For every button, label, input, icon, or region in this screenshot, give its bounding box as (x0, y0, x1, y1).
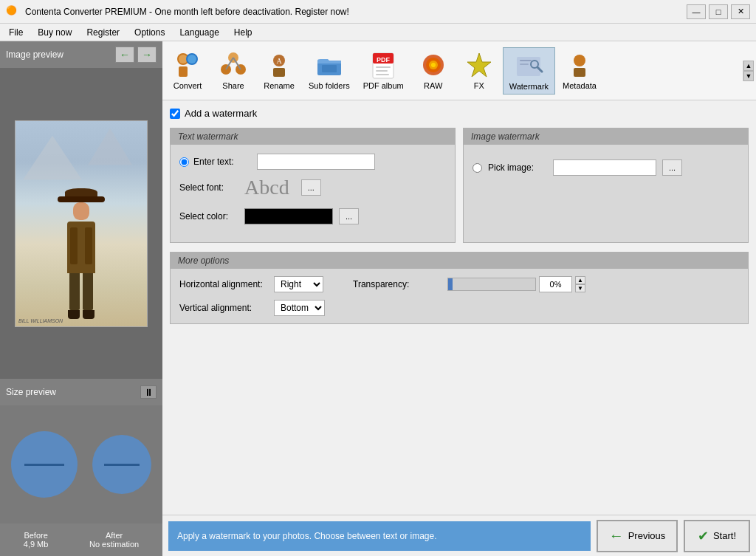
arrow-left-icon: ← (120, 49, 130, 61)
more-options-section: More options Horizontal alignment: Left … (170, 252, 749, 324)
image-preview-header: Image preview ← → (0, 41, 162, 68)
minimize-button[interactable]: — (687, 4, 706, 19)
nav-right-button[interactable]: → (137, 47, 157, 63)
scrollbar-up-button[interactable]: ▲ (743, 61, 754, 71)
left-panel: Image preview ← → (0, 41, 162, 556)
horizontal-alignment-item: Horizontal alignment: Left Center Right (179, 276, 323, 292)
svg-rect-30 (520, 64, 529, 65)
select-font-row: Select font: Abcd ... (179, 176, 446, 199)
toolbar-item-rename[interactable]: A Rename (257, 47, 301, 95)
enter-text-row: Enter text: (179, 154, 446, 170)
toolbar-item-convert[interactable]: Convert (165, 47, 210, 95)
convert-icon (173, 50, 202, 80)
start-button[interactable]: ✔ Start! (684, 520, 750, 552)
toolbar-items: Convert Share (165, 47, 602, 95)
menu-buynow[interactable]: Buy now (32, 26, 78, 39)
main-layout: Image preview ← → (0, 41, 756, 556)
horizontal-alignment-select[interactable]: Left Center Right (274, 276, 323, 292)
preview-image-box: BILL WILLIAMSON (15, 120, 148, 327)
toolbar-item-metadata[interactable]: Metadata (557, 47, 602, 95)
pick-image-row: Pick image: ... (472, 159, 739, 176)
svg-point-4 (188, 55, 196, 64)
toolbar-item-pdfalbum[interactable]: PDF PDF album (357, 47, 410, 95)
toolbar-item-raw[interactable]: RAW (411, 47, 456, 95)
menu-file[interactable]: File (3, 26, 29, 39)
raw-label: RAW (424, 81, 442, 90)
text-watermark-content: Enter text: Select font: Abcd ... Select… (171, 145, 455, 242)
raw-icon (419, 50, 448, 80)
toolbar-item-fx[interactable]: FX (457, 47, 501, 95)
toolbar-scrollbar[interactable]: ▲ ▼ (743, 61, 753, 81)
pick-image-label: Pick image: (488, 162, 547, 173)
image-preview-label: Image preview (6, 49, 63, 60)
menu-register[interactable]: Register (80, 26, 126, 39)
text-watermark-panel: Text watermark Enter text: Select font: … (170, 128, 456, 243)
toolbar-item-subfolders[interactable]: Sub folders (303, 47, 356, 95)
menu-bar: File Buy now Register Options Language H… (0, 24, 756, 41)
enter-text-input[interactable] (257, 154, 375, 170)
add-watermark-row: Add a watermark (170, 108, 749, 119)
share-icon (219, 50, 248, 80)
transparency-value: 0% (539, 276, 572, 292)
vertical-alignment-select[interactable]: Top Center Bottom (274, 300, 325, 316)
arrow-left-prev-icon: ← (609, 527, 624, 544)
svg-rect-18 (376, 66, 391, 68)
transparency-item: Transparency: 0% ▲ ▼ (353, 276, 585, 292)
menu-options[interactable]: Options (128, 26, 171, 39)
right-panel: Convert Share (162, 41, 756, 556)
svg-rect-19 (376, 70, 388, 72)
add-watermark-checkbox[interactable] (170, 109, 180, 119)
svg-rect-29 (520, 60, 532, 61)
menu-language[interactable]: Language (173, 26, 224, 39)
options-row-1: Horizontal alignment: Left Center Right … (179, 276, 739, 292)
vertical-alignment-label: Vertical alignment: (179, 303, 268, 313)
before-size-circle (11, 431, 78, 498)
menu-help[interactable]: Help (228, 26, 258, 39)
enter-text-radio[interactable] (179, 157, 189, 167)
pick-image-button[interactable]: ... (662, 159, 682, 176)
svg-rect-20 (376, 74, 389, 75)
select-color-button[interactable]: ... (339, 208, 359, 224)
select-color-row: Select color: ... (179, 208, 446, 224)
select-font-button[interactable]: ... (301, 179, 321, 196)
pick-image-radio[interactable] (472, 163, 482, 173)
scrollbar-down-button[interactable]: ▼ (743, 71, 754, 81)
watermark-label: Watermark (509, 82, 549, 91)
enter-text-label: Enter text: (193, 157, 252, 167)
after-size-circle (92, 435, 151, 494)
size-preview-area (0, 405, 162, 524)
convert-label: Convert (173, 81, 202, 90)
subfolders-icon (315, 50, 344, 80)
toolbar-item-share[interactable]: Share (211, 47, 255, 95)
add-watermark-label: Add a watermark (185, 108, 257, 119)
preview-image-content: BILL WILLIAMSON (16, 121, 147, 326)
arrow-right-icon: → (142, 49, 152, 61)
size-labels: Before 4,9 Mb After No estimation (0, 524, 162, 556)
transparency-slider[interactable] (447, 278, 536, 291)
vertical-alignment-item: Vertical alignment: Top Center Bottom (179, 300, 325, 316)
close-button[interactable]: ✕ (731, 4, 750, 19)
font-preview: Abcd (244, 176, 289, 199)
app-icon: 🟠 (6, 5, 19, 18)
horizontal-alignment-label: Horizontal alignment: (179, 279, 268, 289)
nav-left-button[interactable]: ← (115, 47, 134, 63)
fx-label: FX (474, 81, 484, 90)
pause-button[interactable]: ⏸ (140, 385, 157, 399)
after-size-label: After No estimation (89, 531, 139, 549)
svg-rect-32 (574, 68, 585, 77)
transparency-up-button[interactable]: ▲ (575, 276, 585, 284)
fx-icon (464, 50, 494, 80)
color-swatch[interactable] (244, 208, 333, 224)
transparency-down-button[interactable]: ▼ (575, 284, 585, 292)
svg-text:PDF: PDF (377, 56, 391, 64)
image-preview-area: BILL WILLIAMSON (0, 68, 162, 379)
pick-image-input[interactable] (553, 159, 656, 176)
before-size-label: Before 4,9 Mb (24, 531, 49, 549)
options-row-2: Vertical alignment: Top Center Bottom (179, 300, 739, 316)
title-bar: 🟠 Contenta Converter PREMIUM - One month… (0, 0, 756, 24)
previous-button[interactable]: ← Previous (597, 520, 678, 552)
svg-rect-2 (179, 66, 188, 77)
toolbar-item-watermark[interactable]: Watermark (503, 47, 555, 95)
more-options-header: More options (171, 253, 748, 269)
maximize-button[interactable]: □ (709, 4, 728, 19)
